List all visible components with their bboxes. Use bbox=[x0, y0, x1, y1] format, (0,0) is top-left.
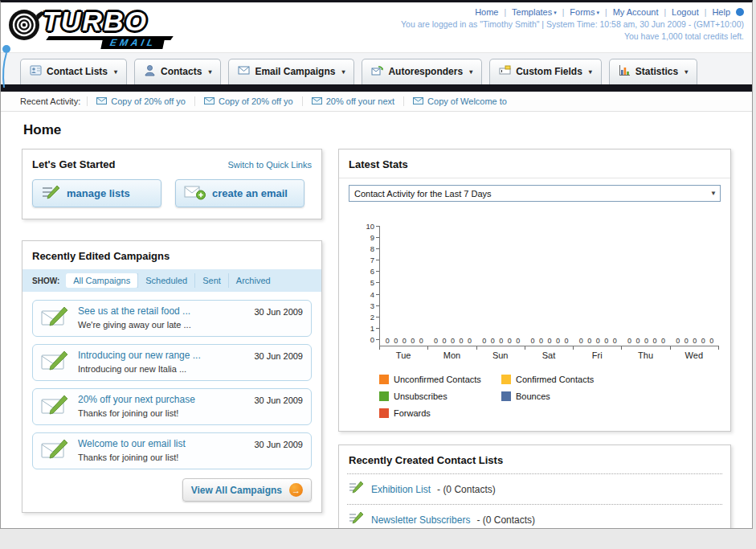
tab-custom-fields[interactable]: Custom Fields ▾ bbox=[489, 59, 602, 84]
x-axis-label: Tue bbox=[379, 346, 427, 360]
contact-lists-icon bbox=[30, 64, 42, 79]
help-dot-icon[interactable] bbox=[736, 8, 744, 16]
campaign-title-link[interactable]: See us at the retail food ... bbox=[78, 305, 246, 317]
view-all-campaigns-label: View All Campaigns bbox=[191, 485, 282, 496]
y-axis-tick: 3 bbox=[370, 302, 379, 309]
chevron-down-icon: ▾ bbox=[341, 68, 345, 76]
campaign-subtitle: Thanks for joining our list! bbox=[78, 408, 178, 418]
x-axis-label: Wed bbox=[670, 346, 718, 360]
recent-activity-item[interactable]: Copy of 20% off yo bbox=[87, 96, 194, 106]
legend-label: Forwards bbox=[394, 408, 431, 418]
y-axis-tick: 8 bbox=[370, 245, 379, 252]
legend-label: Unconfirmed Contacts bbox=[394, 375, 481, 384]
tab-contact-lists[interactable]: Contact Lists ▾ bbox=[20, 59, 127, 84]
filter-scheduled[interactable]: Scheduled bbox=[137, 273, 194, 288]
create-email-button[interactable]: create an email bbox=[175, 179, 304, 207]
tab-email-campaigns[interactable]: Email Campaigns ▾ bbox=[228, 59, 354, 84]
nav-help-link[interactable]: Help bbox=[712, 7, 730, 17]
envelope-pencil-icon bbox=[41, 439, 70, 463]
recent-activity-bar: Recent Activity: Copy of 20% off yo Copy… bbox=[1, 92, 752, 112]
y-axis-tick: 2 bbox=[370, 313, 379, 321]
legend-swatch bbox=[379, 408, 389, 418]
filter-archived[interactable]: Archived bbox=[228, 273, 278, 288]
y-axis-tick: 0 bbox=[370, 336, 379, 343]
campaign-title-link[interactable]: Introducing our new range ... bbox=[78, 350, 246, 361]
contact-list-count: - (0 Contacts) bbox=[476, 514, 535, 526]
recent-campaigns-panel: Recently Edited Campaigns SHOW: All Camp… bbox=[22, 240, 322, 513]
get-started-panel: Let's Get Started Switch to Quick Links … bbox=[22, 149, 322, 219]
campaign-subtitle: Introducing our new Italia ... bbox=[78, 364, 186, 374]
tab-statistics[interactable]: Statistics ▾ bbox=[609, 59, 697, 84]
nav-templates-label: Templates bbox=[512, 7, 552, 17]
app-logo[interactable]: TURBO EMAIL bbox=[7, 4, 200, 49]
nav-separator: | bbox=[705, 8, 707, 17]
stats-period-dropdown[interactable]: Contact Activity for the Last 7 Days ▼ bbox=[349, 185, 721, 202]
recent-activity-item[interactable]: Copy of Welcome to bbox=[403, 96, 516, 106]
manage-lists-label: manage lists bbox=[67, 187, 130, 199]
legend-label: Unsubscribes bbox=[394, 391, 447, 401]
filter-sent[interactable]: Sent bbox=[194, 273, 228, 288]
campaign-item[interactable]: 20% off your next purchase Thanks for jo… bbox=[32, 388, 312, 425]
legend-item: Bounces bbox=[501, 391, 623, 401]
legend-item: Confirmed Contacts bbox=[501, 375, 623, 384]
campaign-subtitle: Thanks for joining our list! bbox=[78, 453, 178, 462]
contact-list-item[interactable]: Exhibition List - (0 Contacts) bbox=[347, 474, 722, 505]
show-label: SHOW: bbox=[32, 277, 59, 285]
nav-separator: | bbox=[664, 8, 667, 17]
chart-value-labels: 0 0 0 0 0 bbox=[671, 337, 719, 346]
nav-logout-link[interactable]: Logout bbox=[672, 7, 699, 17]
main-nav-tabbar: Contact Lists ▾ Contacts ▾ Email Campaig… bbox=[1, 52, 752, 84]
manage-lists-button[interactable]: manage lists bbox=[32, 179, 161, 207]
recent-activity-label: Recent Activity: bbox=[20, 96, 80, 106]
chart-value-labels: 0 0 0 0 0 bbox=[574, 337, 622, 346]
logo-antenna-decoration bbox=[1, 41, 14, 94]
legend-label: Confirmed Contacts bbox=[516, 375, 594, 384]
switch-quick-links-link[interactable]: Switch to Quick Links bbox=[227, 160, 312, 170]
campaign-date: 30 Jun 2009 bbox=[254, 351, 303, 361]
contact-list-link[interactable]: Newsletter Subscribers bbox=[371, 514, 470, 526]
view-all-campaigns-button[interactable]: View All Campaigns → bbox=[182, 478, 312, 502]
contact-activity-chart: 109876543210 0 0 0 0 00 0 0 0 00 0 0 0 0… bbox=[339, 205, 730, 431]
envelope-pencil-icon bbox=[41, 306, 70, 330]
legend-swatch bbox=[501, 391, 511, 401]
envelope-icon bbox=[413, 96, 423, 106]
campaign-date: 30 Jun 2009 bbox=[254, 440, 303, 449]
tab-contacts[interactable]: Contacts ▾ bbox=[134, 59, 221, 84]
recent-campaigns-title: Recently Edited Campaigns bbox=[32, 250, 170, 262]
nav-home-link[interactable]: Home bbox=[475, 7, 498, 17]
legend-swatch bbox=[501, 375, 511, 384]
filter-all-campaigns[interactable]: All Campaigns bbox=[66, 273, 137, 288]
nav-divider-bar bbox=[1, 84, 752, 92]
x-axis-label: Mon bbox=[427, 346, 476, 360]
tab-autoresponders[interactable]: Autoresponders ▾ bbox=[362, 59, 482, 84]
custom-fields-icon bbox=[499, 64, 511, 79]
recent-activity-text: Copy of Welcome to bbox=[427, 96, 507, 106]
envelope-icon bbox=[204, 96, 215, 106]
chevron-down-icon: ▾ bbox=[469, 68, 472, 76]
campaign-subtitle: We're giving away our late ... bbox=[78, 320, 191, 330]
campaign-title-link[interactable]: 20% off your next purchase bbox=[78, 394, 246, 405]
tab-statistics-label: Statistics bbox=[635, 66, 678, 77]
campaign-item[interactable]: Welcome to our email list Thanks for joi… bbox=[32, 432, 312, 469]
chevron-down-icon: ▾ bbox=[684, 68, 688, 76]
latest-stats-panel: Latest Stats Contact Activity for the La… bbox=[338, 149, 731, 432]
campaign-item[interactable]: See us at the retail food ... We're givi… bbox=[32, 300, 312, 337]
nav-templates-link[interactable]: Templates▾ bbox=[512, 7, 557, 17]
campaign-title-link[interactable]: Welcome to our email list bbox=[78, 438, 246, 449]
recent-activity-item[interactable]: Copy of 20% off yo bbox=[194, 96, 302, 106]
right-column: Latest Stats Contact Activity for the La… bbox=[338, 149, 731, 529]
recent-activity-text: 20% off your next bbox=[326, 96, 394, 106]
recent-contact-lists-panel: Recently Created Contact Lists Exhibitio… bbox=[338, 445, 731, 529]
envelope-icon bbox=[238, 64, 250, 79]
nav-separator: | bbox=[562, 8, 565, 17]
nav-my-account-link[interactable]: My Account bbox=[613, 7, 659, 17]
contact-list-link[interactable]: Exhibition List bbox=[371, 484, 431, 495]
recent-activity-item[interactable]: 20% off your next bbox=[302, 96, 403, 106]
y-axis-tick: 6 bbox=[370, 268, 379, 275]
y-axis-tick: 9 bbox=[370, 234, 379, 241]
campaign-item[interactable]: Introducing our new range ... Introducin… bbox=[32, 344, 312, 381]
nav-forms-link[interactable]: Forms▾ bbox=[570, 7, 599, 17]
envelope-icon bbox=[96, 96, 107, 106]
contact-list-item[interactable]: Newsletter Subscribers - (0 Contacts) bbox=[347, 505, 722, 529]
nav-forms-label: Forms bbox=[570, 7, 595, 17]
